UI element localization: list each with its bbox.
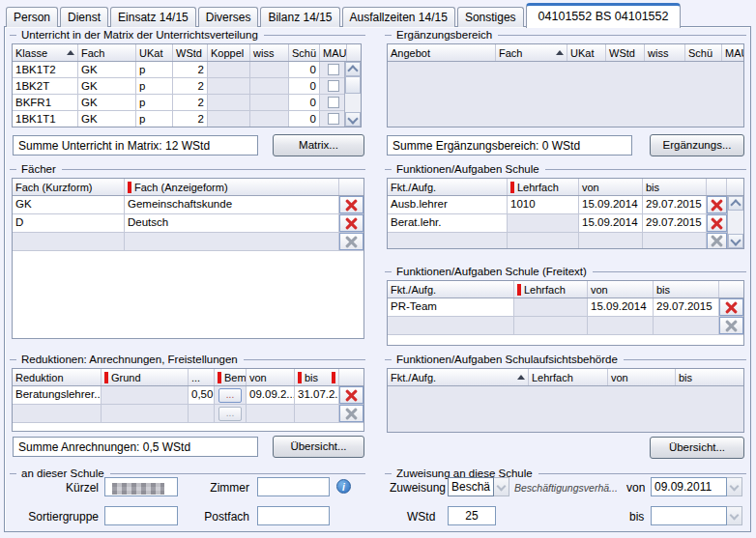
tab-dienst[interactable]: Dienst bbox=[60, 7, 108, 27]
column-header-bis[interactable]: bis bbox=[295, 369, 339, 385]
ergaenzung-button[interactable]: Ergänzungs... bbox=[650, 134, 744, 156]
cell-wiss[interactable] bbox=[250, 111, 289, 127]
cell-fkt[interactable] bbox=[388, 233, 508, 249]
cell-wstd[interactable]: 2 bbox=[173, 111, 208, 127]
cell-wstd[interactable]: 2 bbox=[173, 95, 208, 110]
cell-von[interactable] bbox=[579, 233, 643, 249]
tab-diverses[interactable]: Diverses bbox=[198, 7, 259, 27]
table-row[interactable]: Beratungslehrer... 0,50 ... 09.09.2... 3… bbox=[13, 386, 363, 405]
cell-wiss[interactable] bbox=[250, 62, 289, 77]
table-row-empty[interactable] bbox=[13, 233, 363, 251]
column-header-fkt[interactable]: Fkt./Aufg. bbox=[388, 179, 508, 195]
table-row-empty[interactable] bbox=[388, 233, 743, 249]
vertical-scrollbar[interactable] bbox=[727, 196, 743, 248]
vertical-scrollbar[interactable] bbox=[344, 62, 361, 127]
column-header-wiss[interactable]: wiss bbox=[250, 44, 289, 61]
cell-von[interactable]: 15.09.2014 bbox=[579, 214, 643, 232]
cell-reduktion[interactable] bbox=[13, 405, 102, 422]
cell-fkt[interactable]: Berat.lehr. bbox=[388, 214, 508, 232]
cell-lehrfach[interactable] bbox=[508, 214, 579, 232]
dropdown-arrow-button[interactable] bbox=[727, 506, 742, 525]
delete-row-button[interactable] bbox=[707, 196, 727, 213]
cell-wstd[interactable]: 2 bbox=[173, 78, 208, 94]
cell-von[interactable] bbox=[247, 405, 295, 422]
cell-bis[interactable]: 31.07.2... bbox=[295, 386, 339, 404]
scroll-down-button[interactable] bbox=[345, 112, 361, 127]
info-icon[interactable]: i bbox=[336, 479, 351, 494]
cell-klasse[interactable]: 1BK1T1 bbox=[13, 111, 78, 127]
bis-date-select[interactable] bbox=[651, 506, 742, 525]
clear-row-button[interactable] bbox=[339, 233, 363, 250]
column-header-fach[interactable]: Fach bbox=[78, 44, 136, 61]
scroll-up-button[interactable] bbox=[345, 62, 361, 76]
cell-koppel[interactable] bbox=[208, 62, 250, 77]
table-row[interactable]: BKFR1 GK p 2 0 bbox=[13, 95, 361, 111]
cell-schue[interactable]: 0 bbox=[289, 95, 320, 110]
delete-row-button[interactable] bbox=[339, 214, 363, 232]
reduktionen-uebersicht-button[interactable]: Übersicht... bbox=[273, 436, 364, 458]
cell-fkt[interactable]: Ausb.lehrer bbox=[388, 196, 508, 213]
cell-grund[interactable] bbox=[102, 386, 189, 404]
clear-row-button[interactable] bbox=[719, 317, 743, 334]
cell-klasse[interactable]: BKFR1 bbox=[13, 95, 78, 110]
mau-checkbox[interactable] bbox=[328, 80, 339, 92]
tab-ausfallzeiten[interactable]: Ausfallzeiten 14/15 bbox=[342, 7, 455, 27]
column-header-schue[interactable]: Schü bbox=[685, 44, 722, 61]
tab-school-record-active[interactable]: 04101552 BS 04101552 bbox=[526, 3, 682, 28]
column-header-bis[interactable]: bis bbox=[654, 281, 719, 297]
cell-schue[interactable]: 0 bbox=[289, 78, 320, 94]
column-header-fach[interactable]: Fach bbox=[496, 44, 567, 61]
column-header-schue[interactable]: Schü bbox=[289, 44, 320, 61]
cell-schue[interactable]: 0 bbox=[289, 62, 320, 77]
cell-bis[interactable]: 29.07.2015 bbox=[643, 196, 707, 213]
column-header-wstd[interactable]: WStd bbox=[173, 44, 208, 61]
column-header-koppel[interactable]: Koppel bbox=[208, 44, 250, 61]
cell-klasse[interactable]: 1BK1T2 bbox=[13, 62, 78, 77]
tab-bilanz[interactable]: Bilanz 14/15 bbox=[260, 7, 339, 27]
cell-fach[interactable]: GK bbox=[78, 62, 136, 77]
table-row[interactable]: 1BK1T2 GK p 2 0 bbox=[13, 62, 361, 78]
cell-von[interactable]: 09.09.2... bbox=[247, 386, 295, 404]
cell-wstd[interactable]: 2 bbox=[173, 62, 208, 77]
column-header-mau[interactable]: MAU bbox=[320, 44, 347, 61]
cell-fach[interactable]: GK bbox=[78, 78, 136, 94]
table-row[interactable]: 1BK1T1 GK p 2 0 bbox=[13, 111, 361, 127]
tab-einsatz[interactable]: Einsatz 14/15 bbox=[110, 7, 196, 27]
cell-fkt[interactable] bbox=[388, 317, 514, 334]
kuerzel-field[interactable] bbox=[104, 477, 178, 496]
clear-row-button[interactable] bbox=[339, 405, 363, 422]
zimmer-field[interactable] bbox=[257, 477, 330, 496]
cell-kurzform[interactable]: GK bbox=[13, 196, 125, 213]
column-header-ukat[interactable]: UKat bbox=[136, 44, 173, 61]
cell-bis[interactable]: 29.07.2015 bbox=[643, 214, 707, 232]
cell-ukat[interactable]: p bbox=[136, 62, 173, 77]
delete-row-button[interactable] bbox=[707, 214, 727, 232]
scrollbar-thumb[interactable] bbox=[345, 76, 361, 94]
cell-lehrfach[interactable] bbox=[508, 233, 579, 249]
table-row-empty[interactable]: ... bbox=[13, 405, 363, 423]
table-row[interactable]: GK Gemeinschaftskunde bbox=[13, 196, 363, 214]
cell-bis[interactable] bbox=[654, 317, 719, 334]
dropdown-arrow-button[interactable] bbox=[494, 477, 509, 496]
tab-person[interactable]: Person bbox=[6, 7, 58, 27]
tab-sonstiges[interactable]: Sonstiges bbox=[457, 7, 524, 27]
column-header-lehrfach[interactable]: Lehrfach bbox=[514, 281, 588, 297]
column-header-anzeigeform[interactable]: Fach (Anzeigeform) bbox=[125, 179, 339, 195]
cell-anzeigeform[interactable]: Gemeinschaftskunde bbox=[125, 196, 339, 213]
cell-anzeigeform[interactable]: Deutsch bbox=[125, 214, 339, 232]
cell-von[interactable] bbox=[588, 317, 654, 334]
cell-fach[interactable]: GK bbox=[78, 111, 136, 127]
column-header-wiss[interactable]: wiss bbox=[645, 44, 685, 61]
column-header-angebot[interactable]: Angebot bbox=[388, 44, 496, 61]
delete-row-button[interactable] bbox=[339, 196, 363, 213]
cell-ukat[interactable]: p bbox=[136, 78, 173, 94]
column-header-von[interactable]: von bbox=[579, 179, 643, 195]
column-header-bem[interactable]: Bem bbox=[215, 369, 247, 385]
cell-fach[interactable]: GK bbox=[78, 95, 136, 110]
table-row[interactable]: Berat.lehr. 15.09.2014 29.07.2015 bbox=[388, 214, 743, 233]
column-header-klasse[interactable]: Klasse bbox=[13, 44, 78, 61]
cell-reduktion[interactable]: Beratungslehrer... bbox=[13, 386, 102, 404]
matrix-button[interactable]: Matrix... bbox=[273, 134, 364, 156]
aufsicht-uebersicht-button[interactable]: Übersicht... bbox=[650, 437, 744, 459]
bem-ellipsis-button[interactable]: ... bbox=[218, 388, 242, 403]
